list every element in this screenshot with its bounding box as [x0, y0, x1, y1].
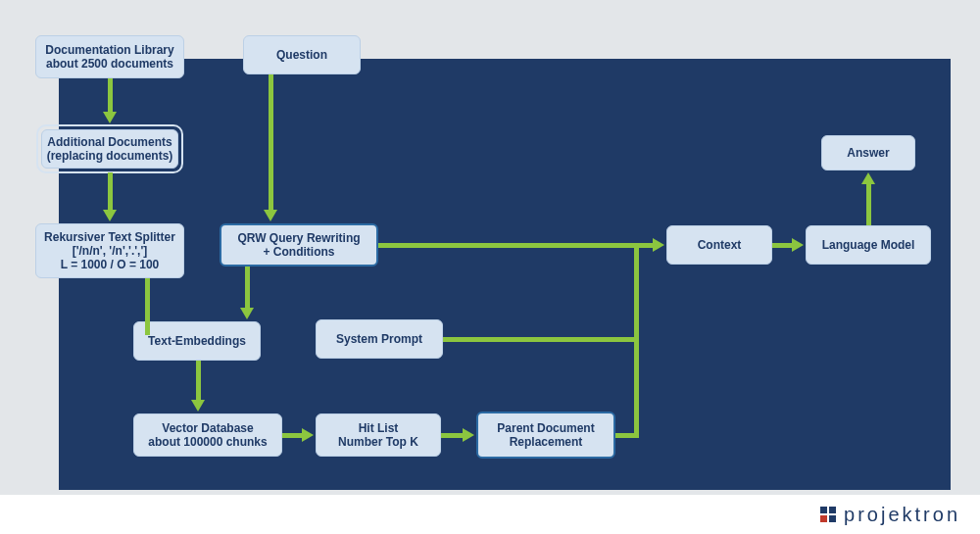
arrow [634, 243, 639, 342]
brand-logo: projektron [820, 504, 960, 526]
arrow [145, 278, 150, 335]
node-text: Question [276, 48, 327, 62]
node-text: Number Top K [338, 435, 418, 449]
node-additional-docs: Additional Documents (replacing document… [41, 129, 178, 169]
node-text: Vector Database [162, 421, 253, 435]
arrow [196, 361, 201, 402]
arrow [866, 182, 871, 225]
arrow [108, 78, 113, 114]
node-text: Parent Document [497, 421, 594, 435]
node-text: (replacing documents) [47, 149, 173, 163]
arrow-head-icon [792, 238, 804, 252]
node-vector-db: Vector Database about 100000 chunks [133, 413, 282, 457]
canvas: Documentation Library about 2500 documen… [0, 0, 980, 534]
arrow [378, 243, 655, 248]
node-text: Language Model [822, 238, 915, 252]
node-text: Rekursiver Text Splitter [44, 230, 175, 244]
node-system-prompt: System Prompt [316, 319, 443, 359]
node-text: L = 1000 / O = 100 [61, 258, 160, 271]
arrow [282, 433, 304, 438]
node-hitlist: Hit List Number Top K [316, 413, 441, 457]
node-text: Replacement [510, 435, 583, 449]
node-question: Question [243, 35, 361, 74]
arrow [269, 74, 273, 212]
arrow [441, 433, 465, 438]
arrow-head-icon [103, 210, 117, 221]
arrow-head-icon [240, 308, 254, 319]
node-text-splitter: Rekursiver Text Splitter ['/n/n', '/n','… [35, 223, 184, 278]
node-text: Hit List [359, 421, 399, 435]
arrow-head-icon [302, 428, 314, 442]
footer: projektron [0, 495, 980, 534]
node-language-model: Language Model [806, 225, 931, 265]
arrow-head-icon [861, 172, 875, 184]
arrow-head-icon [264, 210, 277, 221]
node-doc-library: Documentation Library about 2500 documen… [35, 35, 184, 78]
node-answer: Answer [821, 135, 915, 170]
node-text: System Prompt [336, 332, 422, 346]
node-context: Context [666, 225, 772, 265]
arrow-head-icon [653, 238, 664, 252]
node-text: + Conditions [264, 245, 335, 259]
logo-mark-icon [820, 507, 836, 522]
node-qrw: QRW Query Rewriting + Conditions [220, 223, 378, 267]
arrow-head-icon [463, 428, 474, 442]
node-text: ['/n/n', '/n','.','] [73, 244, 148, 258]
node-text: Additional Documents [47, 135, 172, 149]
arrow [108, 172, 113, 212]
node-text: Answer [847, 146, 889, 160]
node-text: about 100000 chunks [148, 435, 267, 449]
node-text: QRW Query Rewriting [237, 231, 360, 245]
arrow [634, 337, 639, 438]
brand-name: projektron [844, 504, 960, 526]
arrow-head-icon [103, 112, 117, 123]
node-text: Text-Embeddings [148, 334, 246, 348]
diagram-stage: Documentation Library about 2500 documen… [29, 29, 951, 490]
arrow-head-icon [191, 400, 205, 412]
node-text: Documentation Library [45, 43, 173, 57]
arrow [245, 267, 250, 310]
arrow [443, 337, 639, 342]
arrow [772, 243, 794, 248]
node-text: about 2500 documents [46, 57, 173, 71]
node-parent-replacement: Parent Document Replacement [476, 412, 615, 459]
node-embeddings: Text-Embeddings [133, 321, 261, 361]
node-text: Context [698, 238, 742, 252]
